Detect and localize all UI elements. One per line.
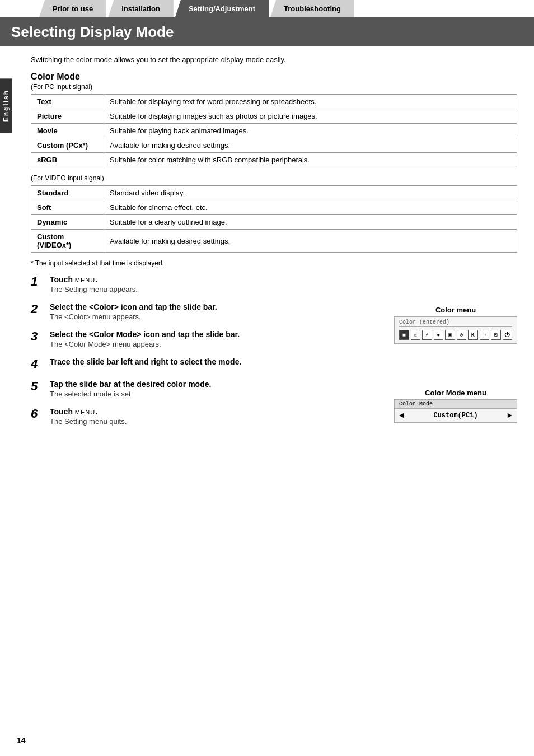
color-menu-icons: ■ ☼ ⚡ ● ▣ ⊙ K → ⊡ ⏻ <box>399 329 512 341</box>
color-menu-box: Color (entered) ■ ☼ ⚡ ● ▣ ⊙ K → ⊡ ⏻ <box>394 316 517 344</box>
icon-settings: ⊙ <box>457 330 467 340</box>
color-menu-image: Color menu Color (entered) ■ ☼ ⚡ ● ▣ ⊙ K… <box>394 306 517 344</box>
color-mode-row: ◄ Custom(PC1) ► <box>395 409 517 422</box>
tab-installation[interactable]: Installation <box>108 0 174 17</box>
step-1-desc: The Setting menu appears. <box>50 285 383 293</box>
table-row: Standard Standard video display. <box>31 186 517 200</box>
icon-doc: ▣ <box>445 330 455 340</box>
cell-name: Picture <box>31 109 104 124</box>
icon-power: ⏻ <box>503 330 513 340</box>
page-title: Selecting Display Mode <box>0 19 534 46</box>
table-row: Custom (PCx*) Available for making desir… <box>31 138 517 153</box>
table-row: Dynamic Suitable for a clearly outlined … <box>31 215 517 230</box>
step-3: 3 Select the <Color Mode> icon and tap t… <box>31 330 383 348</box>
icon-square2: ⊡ <box>491 330 501 340</box>
cell-name: Dynamic <box>31 215 104 230</box>
step-2-content: Select the <Color> icon and tap the slid… <box>50 302 383 321</box>
step-3-desc: The <Color Mode> menu appears. <box>50 340 383 348</box>
side-language-label: English <box>0 78 12 133</box>
table-row: Movie Suitable for playing back animated… <box>31 124 517 138</box>
menu-images: Color menu Color (entered) ■ ☼ ⚡ ● ▣ ⊙ K… <box>394 275 517 435</box>
step-5-content: Tap the slide bar at the desired color m… <box>50 380 383 398</box>
main-content: Switching the color mode allows you to s… <box>14 46 534 451</box>
video-input-label: (For VIDEO input signal) <box>31 174 517 182</box>
cell-desc: Suitable for playing back animated image… <box>104 124 517 138</box>
icon-arrow-right: → <box>480 330 490 340</box>
icon-bolt: ⚡ <box>422 330 432 340</box>
pc-color-table: Text Suitable for displaying text for wo… <box>31 94 517 167</box>
cell-name: Text <box>31 95 104 109</box>
step-3-title: Select the <Color Mode> icon and tap the… <box>50 330 383 339</box>
cell-desc: Available for making desired settings. <box>104 138 517 153</box>
cell-desc: Standard video display. <box>104 186 517 200</box>
icon-k: K <box>468 330 478 340</box>
step-2-title: Select the <Color> icon and tap the slid… <box>50 302 383 311</box>
step-1: 1 Touch MENU. The Setting menu appears. <box>31 275 383 293</box>
step-number-1: 1 <box>31 275 46 288</box>
cell-desc: Suitable for displaying images such as p… <box>104 109 517 124</box>
page-number: 14 <box>17 736 26 745</box>
step-2-desc: The <Color> menu appears. <box>50 312 383 321</box>
color-mode-menu-image: Color Mode menu Color Mode ◄ Custom(PC1)… <box>394 389 517 423</box>
cell-name: Custom (VIDEOx*) <box>31 230 104 253</box>
step-number-2: 2 <box>31 302 46 316</box>
color-menu-box-title: Color (entered) <box>399 319 512 327</box>
step-4-title: Trace the slide bar left and right to se… <box>50 357 383 366</box>
step-number-4: 4 <box>31 357 46 371</box>
right-arrow-icon: ► <box>508 411 512 420</box>
intro-text: Switching the color mode allows you to s… <box>31 55 517 64</box>
icon-circle: ● <box>434 330 444 340</box>
cell-desc: Suitable for displaying text for word pr… <box>104 95 517 109</box>
cell-desc: Suitable for a clearly outlined image. <box>104 215 517 230</box>
video-color-table: Standard Standard video display. Soft Su… <box>31 185 517 253</box>
cell-desc: Suitable for cinema effect, etc. <box>104 200 517 215</box>
color-mode-menu-label: Color Mode menu <box>394 389 517 397</box>
step-4-content: Trace the slide bar left and right to se… <box>50 357 383 367</box>
step-4: 4 Trace the slide bar left and right to … <box>31 357 383 371</box>
nav-tabs: Prior to use Installation Setting/Adjust… <box>0 0 534 19</box>
cell-name: Movie <box>31 124 104 138</box>
step-number-5: 5 <box>31 380 46 393</box>
table-row: Picture Suitable for displaying images s… <box>31 109 517 124</box>
table-row: Custom (VIDEOx*) Available for making de… <box>31 230 517 253</box>
icon-brightness: ☼ <box>411 330 421 340</box>
step-6-desc: The Setting menu quits. <box>50 417 383 426</box>
step-1-title: Touch MENU. <box>50 275 383 284</box>
step-6-title: Touch MENU. <box>50 407 383 416</box>
left-arrow-icon: ◄ <box>399 411 404 420</box>
color-mode-title: Color Mode <box>31 72 517 82</box>
icon-square: ■ <box>399 330 409 340</box>
cell-name: Custom (PCx*) <box>31 138 104 153</box>
table-row: Soft Suitable for cinema effect, etc. <box>31 200 517 215</box>
cell-name: sRGB <box>31 153 104 167</box>
cell-name: Soft <box>31 200 104 215</box>
step-6: 6 Touch MENU. The Setting menu quits. <box>31 407 383 426</box>
step-number-3: 3 <box>31 330 46 343</box>
tab-prior-to-use[interactable]: Prior to use <box>39 0 106 17</box>
steps-area: 1 Touch MENU. The Setting menu appears. … <box>31 275 517 435</box>
table-row: Text Suitable for displaying text for wo… <box>31 95 517 109</box>
step-1-content: Touch MENU. The Setting menu appears. <box>50 275 383 293</box>
cell-name: Standard <box>31 186 104 200</box>
step-6-content: Touch MENU. The Setting menu quits. <box>50 407 383 426</box>
steps-list: 1 Touch MENU. The Setting menu appears. … <box>31 275 383 435</box>
step-5-desc: The selected mode is set. <box>50 390 383 398</box>
step-5: 5 Tap the slide bar at the desired color… <box>31 380 383 398</box>
cell-desc: Available for making desired settings. <box>104 230 517 253</box>
footnote: * The input selected at that time is dis… <box>31 259 517 267</box>
color-mode-box-title: Color Mode <box>395 400 517 409</box>
pc-input-label: (For PC input signal) <box>31 83 517 91</box>
step-3-content: Select the <Color Mode> icon and tap the… <box>50 330 383 348</box>
table-row: sRGB Suitable for color matching with sR… <box>31 153 517 167</box>
tab-troubleshooting[interactable]: Troubleshooting <box>270 0 354 17</box>
step-5-title: Tap the slide bar at the desired color m… <box>50 380 383 389</box>
color-mode-box: Color Mode ◄ Custom(PC1) ► <box>394 399 517 423</box>
color-menu-label: Color menu <box>394 306 517 314</box>
color-mode-value: Custom(PC1) <box>433 412 477 419</box>
cell-desc: Suitable for color matching with sRGB co… <box>104 153 517 167</box>
color-mode-section: Color Mode (For PC input signal) Text Su… <box>31 72 517 267</box>
step-2: 2 Select the <Color> icon and tap the sl… <box>31 302 383 321</box>
tab-setting-adjustment[interactable]: Setting/Adjustment <box>175 0 269 17</box>
step-number-6: 6 <box>31 407 46 421</box>
